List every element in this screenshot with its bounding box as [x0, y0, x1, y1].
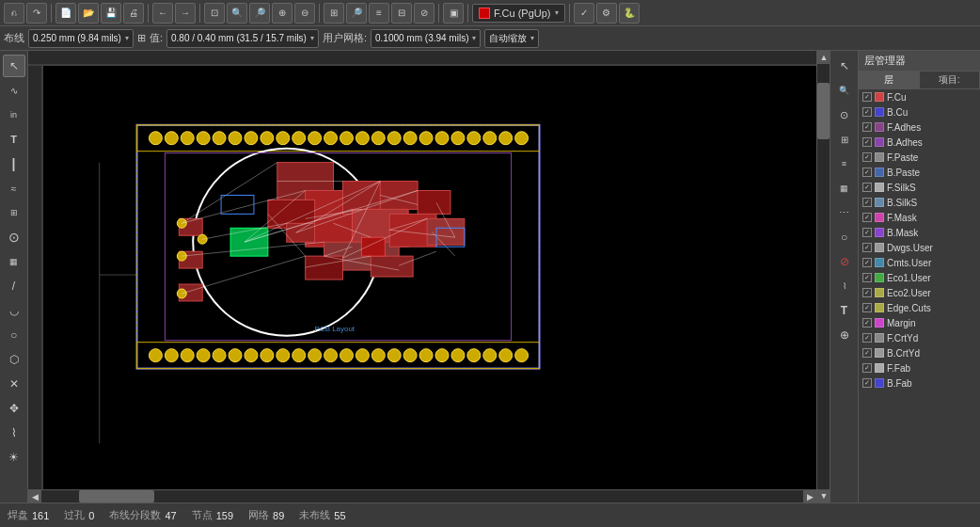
layer-vis-13[interactable]: ✓ — [862, 288, 872, 297]
add-via-left-icon[interactable]: ⊙ — [3, 226, 25, 248]
clearance-left-icon[interactable]: ⌇ — [3, 422, 25, 444]
zoom-out-tb-icon[interactable]: 🔎 — [249, 3, 270, 24]
layer-vis-19[interactable]: ✓ — [862, 378, 872, 388]
line-width-dropdown[interactable]: 0.250 mm (9.84 mils) ▾ — [28, 29, 134, 48]
layer-item-f-mask[interactable]: ✓F.Mask — [859, 210, 980, 225]
back-icon[interactable]: ← — [152, 3, 173, 24]
check-icon[interactable]: ✓ — [574, 3, 594, 24]
text-right-icon[interactable]: T — [833, 299, 856, 322]
layer-item-b-crtyd[interactable]: ✓B.CrtYd — [859, 345, 980, 360]
tab-layers[interactable]: 层 — [859, 72, 920, 88]
scroll-track-vertical[interactable] — [817, 64, 830, 489]
zoom-prev-icon[interactable]: ⊖ — [294, 3, 315, 24]
canvas-area[interactable]: PCB Layout ▲ ▼ ◀ ▶ — [28, 51, 830, 503]
components-right-icon[interactable]: ⊞ — [833, 128, 856, 151]
route-track-icon[interactable]: ∿ — [3, 79, 25, 102]
origin-right-icon[interactable]: ⊕ — [833, 324, 856, 346]
layer-item-f-paste[interactable]: ✓F.Paste — [859, 150, 980, 165]
horizontal-scrollbar[interactable]: ◀ ▶ — [28, 489, 816, 503]
autozoom-dropdown[interactable]: 自动缩放 ▾ — [484, 29, 539, 48]
circle-right-icon[interactable]: ○ — [833, 226, 856, 248]
settings-icon[interactable]: ⚙ — [596, 3, 617, 24]
add-circle-left-icon[interactable]: ○ — [3, 324, 25, 346]
layer-item-b-fab[interactable]: ✓B.Fab — [859, 375, 980, 391]
layer-item-b-silks[interactable]: ✓B.SilkS — [859, 195, 980, 210]
drc-tb-icon[interactable]: ⊘ — [414, 3, 435, 24]
scroll-up-arrow[interactable]: ▲ — [817, 51, 830, 64]
add-text-left-icon[interactable]: T — [3, 128, 25, 151]
zoom-in-tb-icon[interactable]: 🔍 — [227, 3, 247, 24]
value-dropdown[interactable]: 0.80 / 0.40 mm (31.5 / 15.7 mils) ▾ — [166, 29, 319, 48]
layer-item-margin[interactable]: ✓Margin — [859, 315, 980, 330]
scroll-track-horizontal[interactable] — [41, 490, 803, 503]
layer-item-f-adhes[interactable]: ✓F.Adhes — [859, 120, 980, 135]
tab-project[interactable]: 项目: — [920, 72, 981, 88]
layer-vis-1[interactable]: ✓ — [862, 107, 872, 117]
layer-item-f-silks[interactable]: ✓F.SilkS — [859, 180, 980, 195]
inspect-right-icon[interactable]: 🔍 — [833, 79, 856, 102]
scroll-left-arrow[interactable]: ◀ — [28, 490, 41, 503]
layer-vis-8[interactable]: ✓ — [862, 213, 872, 222]
scroll-thumb-vertical[interactable] — [817, 83, 830, 139]
scroll-thumb-horizontal[interactable] — [79, 490, 154, 503]
layer-selector[interactable]: F.Cu (PgUp) ▾ — [472, 4, 565, 23]
inspect-icon[interactable]: in — [3, 104, 25, 126]
delete-left-icon[interactable]: ✕ — [3, 373, 25, 395]
ratsnest-right-icon[interactable]: ⋯ — [833, 201, 856, 224]
layer-vis-16[interactable]: ✓ — [862, 333, 872, 343]
add-footprint-left-icon[interactable]: ⊞ — [3, 201, 25, 224]
pcb-canvas[interactable]: PCB Layout — [43, 66, 830, 503]
scroll-right-arrow[interactable]: ▶ — [803, 490, 816, 503]
save-icon[interactable]: 💾 — [101, 3, 121, 24]
add-arc-left-icon[interactable]: ◡ — [3, 299, 25, 322]
redo-icon[interactable]: ↷ — [26, 3, 47, 24]
pad-right-icon[interactable]: ⊙ — [833, 104, 856, 126]
layer-vis-7[interactable]: ✓ — [862, 198, 872, 207]
layer-item-b-cu[interactable]: ✓B.Cu — [859, 104, 980, 120]
setup-icon[interactable]: ⊟ — [391, 3, 412, 24]
layer-vis-12[interactable]: ✓ — [862, 273, 872, 282]
layer-item-eco2-user[interactable]: ✓Eco2.User — [859, 285, 980, 300]
layer-item-f-fab[interactable]: ✓F.Fab — [859, 360, 980, 375]
move-left-icon[interactable]: ✥ — [3, 397, 25, 420]
zoom-select-icon[interactable]: ⊕ — [272, 3, 292, 24]
cursor-icon[interactable]: ↖ — [3, 55, 25, 77]
layer-vis-17[interactable]: ✓ — [862, 348, 872, 358]
footprint-icon[interactable]: ⊞ — [324, 3, 344, 24]
layer-item-f-cu[interactable]: ✓F.Cu — [859, 89, 980, 104]
layer-item-b-paste[interactable]: ✓B.Paste — [859, 165, 980, 180]
python-icon[interactable]: 🐍 — [619, 3, 640, 24]
layer-vis-4[interactable]: ✓ — [862, 152, 872, 162]
layer-vis-18[interactable]: ✓ — [862, 363, 872, 373]
layer-vis-11[interactable]: ✓ — [862, 258, 872, 267]
highlight-left-icon[interactable]: ☀ — [3, 446, 25, 469]
route-diff-icon[interactable]: ≈ — [3, 177, 25, 200]
forward-icon[interactable]: → — [175, 3, 196, 24]
open-icon[interactable]: 📂 — [78, 3, 99, 24]
layer-item-edge-cuts[interactable]: ✓Edge.Cuts — [859, 300, 980, 315]
add-line-left-icon[interactable]: / — [3, 275, 25, 297]
layer-item-b-mask[interactable]: ✓B.Mask — [859, 225, 980, 240]
layer-item-eco1-user[interactable]: ✓Eco1.User — [859, 270, 980, 285]
user-grid-dropdown[interactable]: 0.1000 mm (3.94 mils) ▾ — [371, 29, 481, 48]
copper-right-icon[interactable]: ≡ — [833, 152, 856, 175]
print-icon[interactable]: 🖨 — [123, 3, 144, 24]
layer-vis-3[interactable]: ✓ — [862, 137, 872, 147]
zone-right-icon[interactable]: ▦ — [833, 177, 856, 200]
zone-left-icon[interactable]: ▦ — [3, 250, 25, 273]
zoom-fit-icon[interactable]: ⊡ — [204, 3, 225, 24]
3d-tb-icon[interactable]: ▣ — [443, 3, 464, 24]
undo-icon[interactable]: ⎌ — [4, 3, 24, 24]
search-icon[interactable]: 🔎 — [346, 3, 367, 24]
new-icon[interactable]: 📄 — [55, 3, 76, 24]
add-poly-left-icon[interactable]: ⬡ — [3, 348, 25, 371]
layer-item-cmts-user[interactable]: ✓Cmts.User — [859, 255, 980, 270]
drc-right-icon[interactable]: ⊘ — [833, 250, 856, 273]
measure-right-icon[interactable]: ⌇ — [833, 275, 856, 297]
scroll-down-arrow[interactable]: ▼ — [817, 489, 830, 503]
vertical-scrollbar[interactable]: ▲ ▼ — [816, 51, 830, 503]
layer-item-b-adhes[interactable]: ✓B.Adhes — [859, 135, 980, 150]
netlist-icon[interactable]: ≡ — [369, 3, 389, 24]
layer-vis-9[interactable]: ✓ — [862, 228, 872, 237]
layer-item-f-crtyd[interactable]: ✓F.CrtYd — [859, 330, 980, 345]
